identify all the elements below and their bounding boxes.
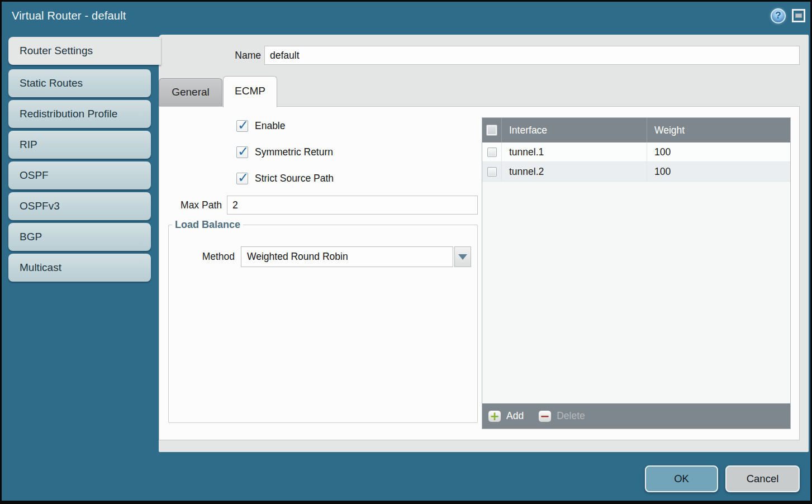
interface-cell[interactable]: tunnel.2: [502, 162, 647, 181]
sidebar-item-label: Router Settings: [20, 45, 93, 57]
table-header: Interface Weight: [482, 118, 790, 142]
strict-source-path-label: Strict Source Path: [255, 173, 334, 184]
sidebar-item-static-routes[interactable]: Static Routes: [8, 69, 151, 97]
tab-general[interactable]: General: [159, 78, 222, 106]
strict-source-path-row: Strict Source Path: [236, 170, 334, 187]
method-select[interactable]: Weighted Round Robin: [241, 246, 453, 267]
sidebar-item-label: BGP: [20, 231, 42, 243]
ok-button[interactable]: OK: [645, 465, 718, 492]
sidebar-item-ospfv3[interactable]: OSPFv3: [8, 192, 151, 220]
cancel-button[interactable]: Cancel: [725, 465, 800, 492]
method-row: Method Weighted Round Robin: [196, 246, 471, 267]
tab-ecmp[interactable]: ECMP: [223, 76, 277, 107]
load-balance-fieldset: Load Balance Method Weighted Round Robin: [168, 219, 478, 423]
minus-icon: −: [538, 410, 552, 422]
sidebar-item-rip[interactable]: RIP: [8, 131, 151, 159]
chevron-down-icon: [458, 254, 467, 260]
tab-label: General: [172, 86, 210, 98]
row-checkbox-cell: [482, 142, 502, 161]
sidebar-item-ospf[interactable]: OSPF: [8, 161, 151, 189]
method-dropdown-button[interactable]: [454, 246, 471, 267]
sidebar-item-multicast[interactable]: Multicast: [8, 254, 151, 282]
interface-cell[interactable]: tunnel.1: [502, 142, 647, 161]
sidebar-item-label: Multicast: [20, 261, 61, 274]
plus-icon: +: [488, 410, 501, 422]
row-checkbox[interactable]: [487, 167, 497, 177]
method-label: Method: [196, 251, 235, 263]
symmetric-return-checkbox[interactable]: [236, 146, 248, 158]
add-button[interactable]: + Add: [488, 410, 524, 422]
table-empty-area: [482, 182, 790, 403]
weight-cell[interactable]: 100: [647, 142, 790, 161]
sidebar-item-label: Redistribution Profile: [20, 108, 117, 120]
row-checkbox-cell: [482, 162, 502, 181]
window-restore-icon[interactable]: [792, 9, 805, 22]
sidebar-item-label: OSPF: [20, 169, 49, 182]
help-icon[interactable]: [771, 8, 786, 23]
enable-checkbox[interactable]: [236, 120, 248, 132]
sidebar-item-label: RIP: [20, 139, 37, 151]
header-checkbox-cell: [482, 118, 502, 142]
tab-label: ECMP: [235, 85, 265, 97]
table-row[interactable]: tunnel.1 100: [482, 142, 790, 162]
table-toolbar: + Add − Delete: [482, 403, 790, 429]
sidebar-item-label: OSPFv3: [20, 200, 60, 212]
interface-column-header[interactable]: Interface: [502, 118, 647, 142]
sidebar-item-redistribution-profile[interactable]: Redistribution Profile: [8, 100, 151, 128]
table-row[interactable]: tunnel.2 100: [482, 162, 790, 182]
load-balance-legend: Load Balance: [172, 219, 243, 231]
enable-label: Enable: [255, 120, 286, 132]
symmetric-return-row: Symmetric Return: [236, 144, 333, 160]
ecmp-tab-content: Enable Symmetric Return Strict Source Pa…: [159, 106, 800, 440]
weight-cell[interactable]: 100: [647, 162, 790, 181]
select-all-checkbox[interactable]: [486, 125, 497, 136]
strict-source-path-checkbox[interactable]: [236, 173, 248, 184]
add-button-label: Add: [506, 410, 524, 422]
sidebar-item-label: Static Routes: [20, 77, 83, 89]
ecmp-interface-table: Interface Weight tunnel.1 100 tunnel.2 1…: [482, 117, 791, 429]
max-path-label: Max Path: [169, 196, 222, 215]
virtual-router-dialog: Virtual Router - default Router Settings…: [0, 0, 812, 504]
enable-row: Enable: [236, 117, 286, 134]
weight-column-header[interactable]: Weight: [647, 118, 790, 142]
router-settings-panel: Name General ECMP Enable Symmetric Retur…: [159, 35, 809, 452]
delete-button[interactable]: − Delete: [538, 410, 585, 422]
row-checkbox[interactable]: [487, 148, 497, 157]
symmetric-return-label: Symmetric Return: [255, 146, 333, 158]
name-label: Name: [213, 46, 261, 65]
max-path-input[interactable]: [227, 196, 478, 215]
dialog-title: Virtual Router - default: [12, 9, 126, 22]
delete-button-label: Delete: [557, 410, 585, 422]
name-input[interactable]: [264, 46, 800, 65]
sidebar-item-bgp[interactable]: BGP: [8, 223, 151, 251]
sidebar-item-router-settings[interactable]: Router Settings: [8, 37, 161, 65]
window-restore-icon-inner: [795, 13, 802, 18]
